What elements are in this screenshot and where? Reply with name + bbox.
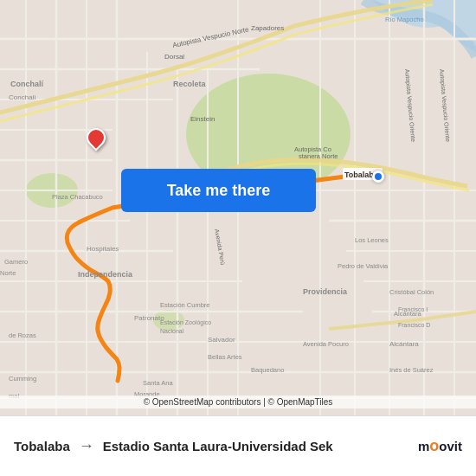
svg-text:Providencia: Providencia [303, 287, 348, 296]
map-attribution: © OpenStreetMap contributors | © OpenMap… [0, 396, 476, 408]
take-me-there-button[interactable]: Take me there [121, 169, 316, 212]
bottom-bar: Tobalaba → Estadio Santa Laura-Universid… [0, 415, 476, 476]
svg-text:de Rozas: de Rozas [9, 331, 36, 339]
svg-text:Bellas Artes: Bellas Artes [208, 353, 242, 361]
svg-text:Los Leones: Los Leones [355, 236, 389, 244]
svg-text:stanera Norte: stanera Norte [299, 152, 338, 160]
svg-text:Baquedano: Baquedano [251, 366, 284, 374]
svg-text:Recoleta: Recoleta [173, 80, 207, 88]
origin-label: Tobalaba [14, 439, 70, 453]
svg-text:Salvador: Salvador [208, 336, 235, 344]
svg-text:Gamero: Gamero [4, 258, 28, 266]
moovit-logo-text: moovit [418, 437, 462, 455]
destination-label: Estadio Santa Laura-Universidad Sek [103, 439, 418, 453]
svg-text:Estación Cumbre: Estación Cumbre [160, 301, 210, 309]
svg-text:Santa Ana: Santa Ana [143, 379, 173, 387]
svg-text:Nacional: Nacional [160, 328, 184, 334]
origin-pin [87, 128, 106, 147]
svg-text:Cristóbal Colón: Cristóbal Colón [389, 288, 434, 296]
svg-text:Pedro de Valdivia: Pedro de Valdivia [338, 262, 389, 270]
svg-text:Plaza Chacabuco: Plaza Chacabuco [52, 193, 103, 201]
svg-text:Independencia: Independencia [78, 270, 133, 279]
svg-text:Estación Zoológico: Estación Zoológico [160, 319, 211, 326]
svg-text:Avenida Pocuro: Avenida Pocuro [303, 340, 349, 348]
svg-text:Dorsal: Dorsal [164, 53, 184, 61]
svg-text:Zapadores: Zapadores [251, 24, 284, 32]
svg-text:Alcántara: Alcántara [389, 340, 419, 348]
svg-text:Francisco D: Francisco D [398, 322, 430, 328]
destination-pin [372, 170, 384, 183]
svg-text:Río Mapocho: Río Mapocho [385, 16, 424, 23]
map-container: Autopista Vespucio Norte Autopista Co st… [0, 0, 476, 415]
svg-text:Hospitales: Hospitales [87, 245, 119, 253]
arrow-icon: → [79, 437, 94, 455]
svg-text:Conchalí: Conchalí [10, 80, 44, 88]
svg-text:Cumming: Cumming [9, 375, 36, 383]
moovit-o-dot: o [429, 437, 439, 454]
svg-text:Norte: Norte [0, 269, 16, 277]
svg-text:Inés de Suárez: Inés de Suárez [389, 366, 434, 374]
svg-text:Einstein: Einstein [190, 115, 215, 123]
svg-text:Alcántara: Alcántara [394, 310, 422, 318]
moovit-logo: moovit [418, 437, 462, 455]
svg-text:Conchalí: Conchalí [9, 93, 36, 101]
